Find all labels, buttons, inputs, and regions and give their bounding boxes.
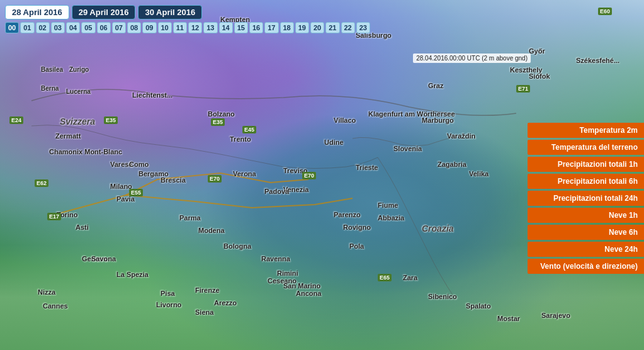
menu-item-neve-6h[interactable]: Neve 6h — [528, 225, 644, 240]
hour-tab-17[interactable]: 17 — [264, 22, 278, 33]
date-tab-1[interactable]: 29 April 2016 — [72, 5, 136, 20]
hour-tab-06[interactable]: 06 — [97, 22, 111, 33]
hour-tab-01[interactable]: 01 — [20, 22, 34, 33]
menu-item-neve-1h[interactable]: Neve 1h — [528, 208, 644, 223]
hour-tab-21[interactable]: 21 — [325, 22, 339, 33]
map-container: BernaZurigoLucernaBasileaMilanoTorinoGen… — [0, 0, 644, 350]
date-tabs: 28 April 201629 April 201630 April 2016 — [5, 5, 370, 20]
hour-tab-23[interactable]: 23 — [356, 22, 370, 33]
menu-item-precipitazioni-6h[interactable]: Precipitazioni totali 6h — [528, 174, 644, 189]
hour-tab-11[interactable]: 11 — [173, 22, 187, 33]
top-controls: 28 April 201629 April 201630 April 2016 … — [5, 5, 370, 33]
hour-tab-03[interactable]: 03 — [51, 22, 65, 33]
hour-tabs: 0001020304050607080910111213141516171819… — [5, 22, 370, 33]
hour-tab-13[interactable]: 13 — [203, 22, 217, 33]
hour-tab-15[interactable]: 15 — [234, 22, 248, 33]
hour-tab-09[interactable]: 09 — [142, 22, 156, 33]
menu-item-temperatura-terreno[interactable]: Temperatura del terreno — [528, 140, 644, 155]
hour-tab-18[interactable]: 18 — [280, 22, 294, 33]
menu-item-temperatura-2m[interactable]: Temperatura 2m — [528, 123, 644, 138]
menu-item-neve-24h[interactable]: Neve 24h — [528, 242, 644, 257]
date-tab-2[interactable]: 30 April 2016 — [138, 5, 202, 20]
hour-tab-14[interactable]: 14 — [219, 22, 233, 33]
hour-tab-00[interactable]: 00 — [5, 22, 19, 33]
timestamp-label: 28.04.2016.00:00 UTC (2 m above gnd) — [413, 54, 531, 63]
hour-tab-22[interactable]: 22 — [341, 22, 355, 33]
hour-tab-05[interactable]: 05 — [81, 22, 95, 33]
hour-tab-08[interactable]: 08 — [127, 22, 141, 33]
hour-tab-12[interactable]: 12 — [188, 22, 202, 33]
hour-tab-19[interactable]: 19 — [295, 22, 309, 33]
menu-item-precipitazioni-1h[interactable]: Precipitazioni totali 1h — [528, 157, 644, 172]
hour-tab-10[interactable]: 10 — [158, 22, 172, 33]
hour-tab-16[interactable]: 16 — [249, 22, 263, 33]
hour-tab-04[interactable]: 04 — [66, 22, 80, 33]
right-menu: Temperatura 2mTemperatura del terrenoPre… — [528, 123, 644, 274]
hour-tab-02[interactable]: 02 — [36, 22, 50, 33]
date-tab-0[interactable]: 28 April 2016 — [5, 5, 69, 20]
menu-item-vento[interactable]: Vento (velocità e direzione) — [528, 259, 644, 274]
hour-tab-07[interactable]: 07 — [112, 22, 126, 33]
menu-item-precipitazioni-24h[interactable]: Precipitazioni totali 24h — [528, 191, 644, 206]
hour-tab-20[interactable]: 20 — [310, 22, 324, 33]
